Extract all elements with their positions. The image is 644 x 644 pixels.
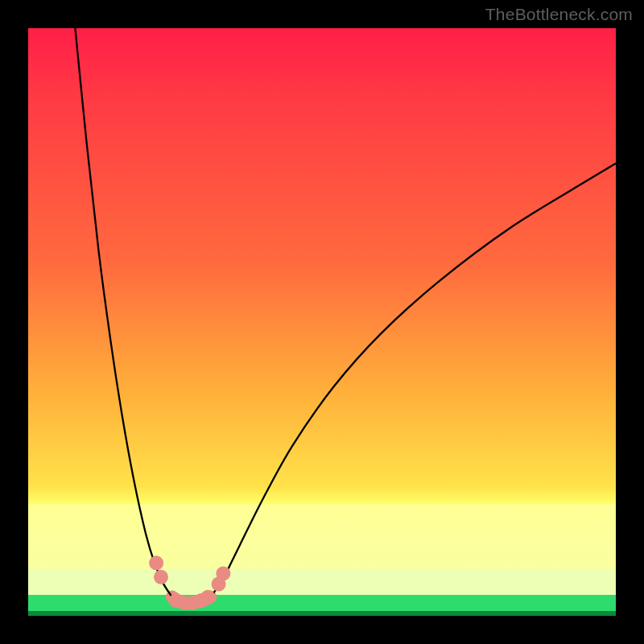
- chart-markers: [149, 555, 230, 610]
- chart-svg: [28, 28, 616, 616]
- chart-frame: TheBottleneck.com: [0, 0, 644, 644]
- chart-curves: [75, 28, 616, 603]
- marker-dot-8: [216, 566, 230, 580]
- marker-dot-6: [200, 590, 215, 605]
- marker-dot-1: [154, 570, 168, 584]
- chart-plot-area: [28, 28, 616, 616]
- curve-right-branch: [210, 163, 616, 597]
- watermark-text: TheBottleneck.com: [485, 5, 633, 24]
- curve-left-branch: [75, 28, 171, 597]
- marker-dot-0: [149, 555, 163, 570]
